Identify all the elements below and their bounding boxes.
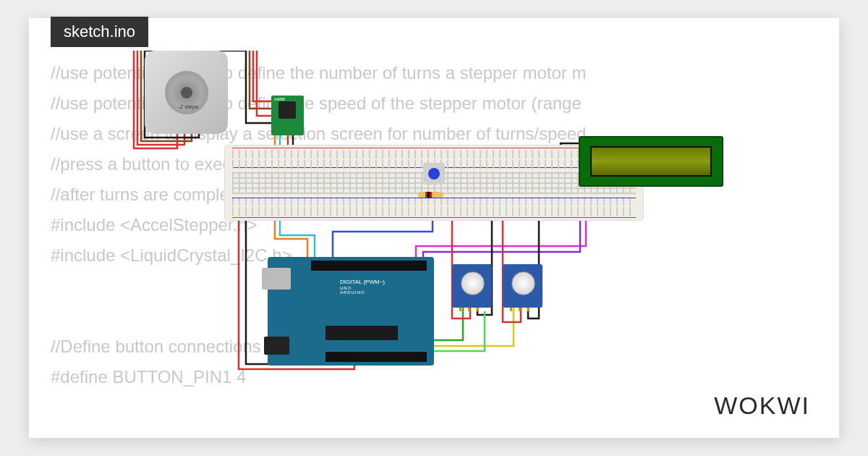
lcd-1602[interactable] — [579, 136, 723, 187]
stepper-motor[interactable]: -2 steps — [145, 51, 228, 134]
arduino-digital-label: DIGITAL (PWM~) — [340, 279, 385, 285]
stepper-step-label: -2 steps — [178, 104, 198, 110]
arduino-board-label: UNO ARDUINO — [340, 286, 365, 295]
breadboard-rail-marker — [232, 198, 636, 198]
breadboard-rail-marker — [232, 217, 636, 218]
brand-text: WOKWI — [714, 392, 810, 419]
filename-text: sketch.ino — [64, 22, 135, 41]
wokwi-logo: WOKWI — [714, 392, 810, 420]
breadboard-rail — [232, 150, 636, 159]
arduino-mcu-chip — [326, 326, 398, 340]
driver-label: A4988 — [274, 97, 284, 101]
resistor[interactable] — [418, 192, 443, 198]
pot-pins — [510, 308, 535, 311]
arduino-uno[interactable]: DIGITAL (PWM~) UNO ARDUINO — [268, 257, 434, 366]
arduino-power-jack — [264, 337, 289, 355]
filename-tab: sketch.ino — [51, 17, 148, 47]
potentiometer-1[interactable] — [452, 264, 492, 308]
a4988-driver[interactable]: A4988 — [271, 96, 304, 135]
pot-pins — [459, 308, 485, 311]
arduino-usb-port — [262, 268, 291, 290]
circuit-diagram: -2 steps A4988 DIGITAL (PWM~) — [130, 51, 723, 376]
arduino-analog-headers — [326, 352, 427, 362]
project-card: sketch.ino //use potentiometer 1 to defi… — [29, 18, 839, 438]
potentiometer-2[interactable] — [503, 264, 542, 308]
breadboard-rail — [232, 207, 636, 216]
arduino-digital-headers — [311, 261, 427, 271]
breadboard-rail-marker — [232, 148, 636, 148]
push-button[interactable] — [423, 163, 445, 185]
